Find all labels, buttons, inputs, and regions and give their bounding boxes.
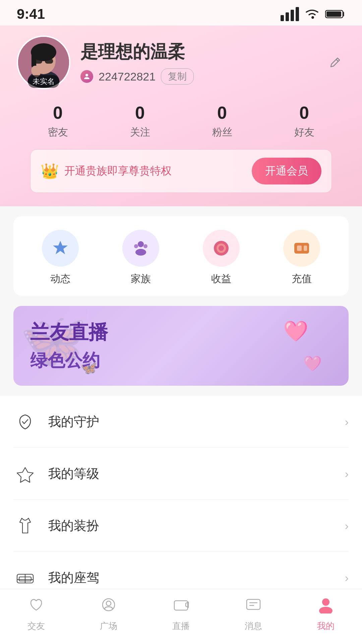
- recharge-label: 充值: [292, 272, 312, 286]
- profile-id-row: 224722821 复制: [80, 68, 194, 85]
- outfit-arrow: ›: [345, 519, 349, 532]
- quick-menu-recharge[interactable]: 充值: [283, 230, 320, 286]
- svg-point-15: [135, 249, 146, 256]
- friends-nav-label: 交友: [27, 620, 45, 632]
- level-label: 我的等级: [48, 465, 99, 482]
- messages-nav-icon: [245, 596, 262, 618]
- status-bar: 9:41: [0, 0, 362, 25]
- friends-nav-icon: [27, 596, 45, 618]
- svg-rect-42: [247, 599, 260, 609]
- stat-close-friends[interactable]: 0 密友: [48, 103, 68, 139]
- stat-friends[interactable]: 0 好友: [294, 103, 314, 139]
- vehicle-label: 我的座驾: [48, 569, 99, 586]
- nav-friends[interactable]: 交友: [0, 596, 72, 632]
- guard-label: 我的守护: [48, 413, 99, 430]
- signal-icon: [281, 7, 299, 21]
- income-icon: [203, 230, 240, 267]
- vip-banner: 👑 开通贵族即享尊贵特权 开通会员: [30, 149, 332, 193]
- mine-nav-icon: [317, 596, 335, 618]
- edit-profile-button[interactable]: [325, 52, 345, 72]
- status-icons: [281, 7, 345, 21]
- quick-menu-dynamics[interactable]: 动态: [42, 230, 79, 286]
- outfit-icon: [13, 514, 37, 537]
- svg-point-11: [85, 74, 88, 76]
- status-time: 9:41: [17, 6, 45, 22]
- quick-menu: 动态 家族 收益: [20, 230, 342, 286]
- svg-marker-13: [53, 241, 68, 254]
- mine-nav-label: 我的: [317, 620, 335, 632]
- level-icon: [13, 462, 37, 485]
- quick-menu-family[interactable]: 家族: [122, 230, 159, 286]
- menu-item-level[interactable]: 我的等级 ›: [13, 448, 349, 500]
- svg-rect-22: [297, 246, 302, 251]
- stat-following[interactable]: 0 关注: [130, 103, 150, 139]
- svg-point-20: [219, 246, 224, 251]
- battery-icon: [325, 9, 345, 19]
- nav-messages[interactable]: 消息: [217, 596, 290, 632]
- guard-arrow: ›: [345, 415, 349, 428]
- nav-mine[interactable]: 我的: [290, 596, 362, 632]
- banner-line-2: 绿色公约: [30, 349, 332, 372]
- dynamics-icon: [42, 230, 79, 267]
- copy-id-button[interactable]: 复制: [161, 68, 194, 85]
- open-member-button[interactable]: 开通会员: [252, 158, 321, 184]
- vehicle-icon: [13, 566, 37, 589]
- profile-info: 是理想的温柔 224722821 复制: [80, 40, 194, 85]
- menu-item-outfit[interactable]: 我的装扮 ›: [13, 500, 349, 552]
- svg-point-17: [143, 244, 147, 248]
- messages-nav-label: 消息: [245, 620, 262, 632]
- svg-rect-23: [304, 246, 307, 251]
- svg-rect-1: [326, 11, 341, 17]
- profile-id-number: 224722821: [99, 70, 156, 83]
- svg-point-16: [134, 244, 138, 248]
- live-nav-icon: [172, 596, 190, 618]
- banner-line-1: 兰友直播: [30, 319, 332, 345]
- nav-live[interactable]: 直播: [145, 596, 217, 632]
- family-label: 家族: [131, 272, 151, 286]
- quick-menu-card: 动态 家族 收益: [13, 216, 349, 296]
- avatar[interactable]: 未实名: [17, 36, 70, 89]
- not-verified-label: 未实名: [28, 75, 59, 88]
- square-nav-icon: [100, 596, 117, 618]
- square-nav-label: 广场: [100, 620, 117, 632]
- vip-text: 开通贵族即享尊贵特权: [64, 164, 172, 178]
- nav-square[interactable]: 广场: [72, 596, 145, 632]
- outfit-label: 我的装扮: [48, 517, 99, 534]
- guard-icon: [13, 410, 37, 433]
- bottom-nav: 交友 广场 直播 消息: [0, 589, 362, 644]
- level-arrow: ›: [345, 467, 349, 480]
- wifi-icon: [304, 8, 320, 20]
- recharge-icon: [283, 230, 320, 267]
- broadcast-banner[interactable]: 🦋 兰友直播 绿色公约 🩷 🩷 🦋: [13, 306, 349, 386]
- live-nav-label: 直播: [172, 620, 190, 632]
- quick-menu-income[interactable]: 收益: [203, 230, 240, 286]
- svg-point-14: [138, 241, 144, 247]
- svg-rect-7: [34, 59, 43, 64]
- svg-point-46: [319, 607, 333, 613]
- vehicle-arrow: ›: [345, 571, 349, 584]
- svg-point-45: [322, 598, 329, 606]
- menu-item-guard[interactable]: 我的守护 ›: [13, 396, 349, 448]
- profile-header: 未实名 是理想的温柔 224722821 复制: [0, 25, 362, 206]
- income-label: 收益: [211, 272, 231, 286]
- svg-point-40: [106, 601, 111, 606]
- dynamics-label: 动态: [50, 272, 70, 286]
- svg-rect-8: [45, 59, 53, 64]
- profile-name: 是理想的温柔: [80, 40, 194, 64]
- profile-id-icon: [80, 70, 93, 83]
- stat-followers[interactable]: 0 粉丝: [212, 103, 232, 139]
- svg-line-12: [336, 59, 338, 61]
- family-icon: [122, 230, 159, 267]
- crown-icon: 👑: [41, 162, 59, 180]
- profile-stats: 0 密友 0 关注 0 粉丝 0 好友: [17, 103, 345, 139]
